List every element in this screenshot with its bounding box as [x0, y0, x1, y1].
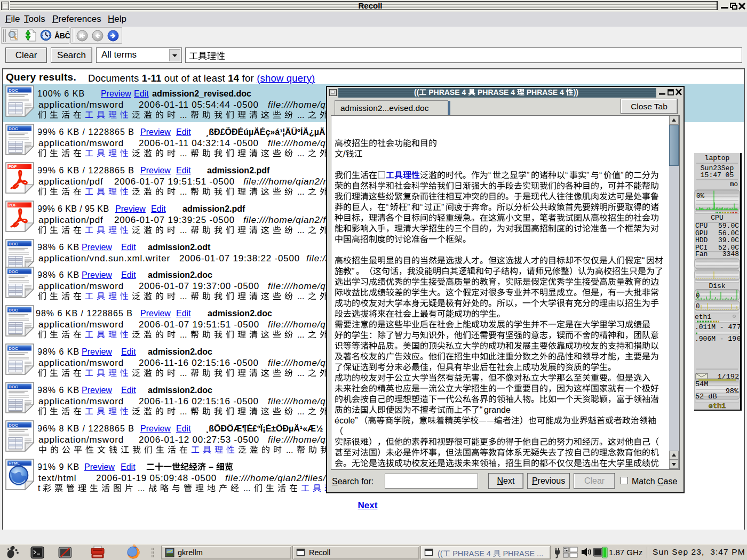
svg-text:mo: mo [730, 181, 738, 188]
svg-text:0%: 0% [696, 193, 705, 200]
svg-text:Fan: Fan [695, 250, 708, 258]
svg-text:.011M - 47: .011M - 47 [695, 323, 736, 331]
svg-text:.906M - 19: .906M - 19 [695, 335, 736, 343]
svg-text:0: 0 [737, 335, 740, 343]
svg-text:ÅBĈ: ÅBĈ [54, 31, 70, 40]
svg-text:eth1: eth1 [695, 313, 711, 321]
svg-text:98%: 98% [726, 387, 739, 395]
svg-text:15:47 05: 15:47 05 [701, 171, 734, 179]
svg-text:CPU: CPU [711, 214, 723, 222]
svg-text:0: 0 [696, 303, 700, 310]
svg-text:54M: 54M [695, 380, 708, 388]
svg-text:7: 7 [737, 323, 740, 331]
svg-text:52 dB: 52 dB [695, 393, 717, 401]
svg-text:Disk: Disk [709, 282, 725, 290]
svg-text:0: 0 [696, 292, 700, 300]
svg-text:laptop: laptop [705, 154, 730, 162]
svg-text:3348: 3348 [722, 250, 739, 258]
svg-text:eth1: eth1 [709, 402, 726, 410]
